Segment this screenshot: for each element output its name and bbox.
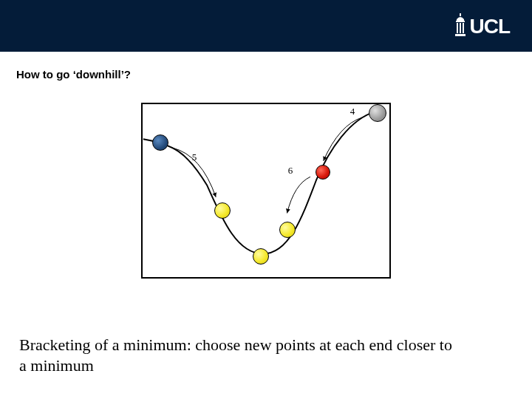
dome-icon — [454, 13, 466, 37]
slide-title: How to go ‘downhill’? — [16, 68, 532, 81]
ball-step-left — [214, 202, 231, 219]
ball-start-right — [369, 104, 386, 122]
label-5: 5 — [192, 151, 197, 163]
ball-step-lower — [279, 222, 296, 238]
ball-step-right — [316, 165, 330, 180]
svg-rect-4 — [463, 23, 464, 33]
svg-rect-5 — [455, 34, 466, 36]
ball-minimum — [253, 248, 269, 265]
caption-text: Bracketing of a minimum: choose new poin… — [19, 335, 463, 375]
svg-rect-3 — [460, 23, 461, 33]
label-6: 6 — [288, 165, 293, 177]
label-4: 4 — [350, 106, 355, 117]
svg-rect-0 — [460, 13, 461, 16]
svg-rect-1 — [456, 21, 465, 22]
diagram: 4 5 6 — [141, 103, 391, 279]
logo-text: UCL — [469, 13, 510, 37]
ball-start-left — [152, 134, 168, 151]
svg-rect-2 — [457, 23, 458, 33]
ucl-logo: UCL — [454, 13, 510, 37]
header-bar: UCL — [0, 0, 532, 52]
